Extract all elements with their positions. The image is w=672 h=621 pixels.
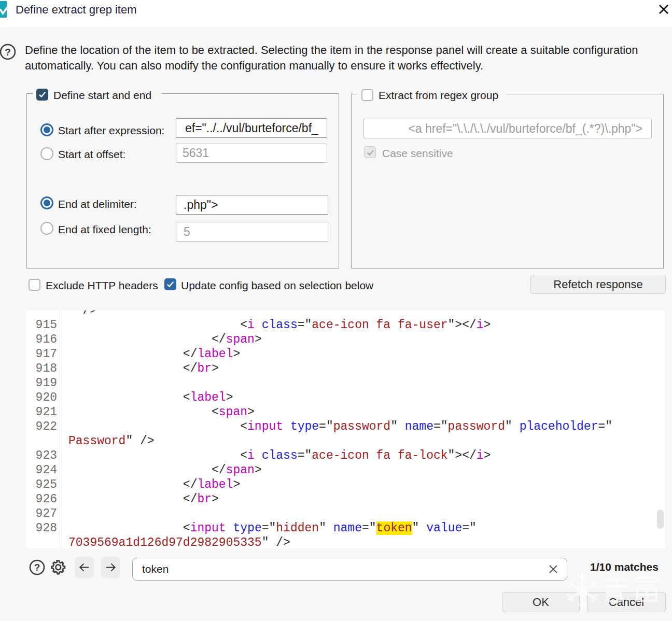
svg-text:?: ?	[34, 562, 40, 573]
svg-text:?: ?	[5, 47, 11, 58]
